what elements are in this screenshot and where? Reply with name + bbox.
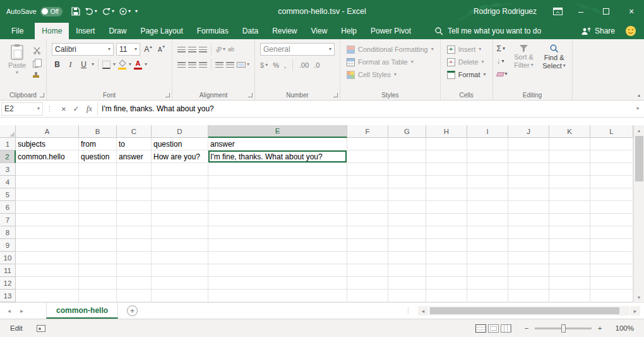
cell-D13[interactable] [152, 290, 208, 302]
cell-D12[interactable] [152, 277, 208, 290]
tab-scroll-splitter-icon[interactable]: ⋮ [405, 307, 412, 315]
sort-filter-button[interactable]: Sort & Filter▾ [509, 41, 539, 69]
cell-B13[interactable] [79, 290, 117, 302]
cell-J8[interactable] [508, 226, 549, 239]
cell-G12[interactable] [388, 277, 426, 290]
font-dialog-launcher-icon[interactable] [165, 93, 170, 97]
undo-dropdown-icon[interactable]: ▾ [95, 9, 97, 14]
row-header-6[interactable]: 6 [0, 201, 16, 214]
close-button[interactable]: × [619, 0, 644, 23]
align-left-icon[interactable] [177, 62, 186, 68]
ribbon-display-options-button[interactable] [547, 0, 568, 23]
tab-draw[interactable]: Draw [102, 23, 133, 39]
minimize-button[interactable]: – [568, 0, 593, 23]
cell-E7[interactable] [208, 214, 347, 226]
tab-power-pivot[interactable]: Power Pivot [364, 23, 418, 39]
zoom-level[interactable]: 100% [611, 324, 634, 332]
row-header-2[interactable]: 2 [0, 150, 16, 163]
cell-E13[interactable] [208, 290, 347, 302]
cell-G2[interactable] [388, 150, 426, 163]
cell-L6[interactable] [590, 201, 633, 214]
cell-L5[interactable] [590, 188, 633, 201]
cell-I2[interactable] [467, 150, 508, 163]
row-header-7[interactable]: 7 [0, 214, 16, 226]
cell-L2[interactable] [590, 150, 633, 163]
cell-L12[interactable] [590, 277, 633, 290]
cell-F6[interactable] [347, 201, 388, 214]
cell-E6[interactable] [208, 201, 347, 214]
tab-page-layout[interactable]: Page Layout [133, 23, 189, 39]
share-button[interactable]: Share [581, 27, 615, 35]
align-top-icon[interactable] [177, 47, 186, 52]
column-header-J[interactable]: J [508, 125, 549, 138]
cell-A11[interactable] [16, 264, 79, 277]
scroll-right-icon[interactable]: ▸ [630, 306, 640, 316]
find-select-button[interactable]: Find & Select▾ [539, 41, 569, 70]
cell-C10[interactable] [117, 252, 152, 264]
clipboard-dialog-launcher-icon[interactable] [40, 93, 44, 97]
cell-J6[interactable] [508, 201, 549, 214]
cell-C12[interactable] [117, 277, 152, 290]
borders-icon[interactable] [102, 61, 110, 69]
zoom-slider[interactable] [535, 328, 592, 329]
cell-J13[interactable] [508, 290, 549, 302]
cell-K10[interactable] [549, 252, 590, 264]
autosum-button[interactable]: Σ▾ [497, 44, 508, 54]
cell-I13[interactable] [467, 290, 508, 302]
cell-F13[interactable] [347, 290, 388, 302]
align-middle-icon[interactable] [188, 47, 196, 52]
cell-D11[interactable] [152, 264, 208, 277]
align-bottom-icon[interactable] [199, 47, 207, 52]
cell-A1[interactable]: subjects [16, 138, 79, 150]
cell-F12[interactable] [347, 277, 388, 290]
tab-file[interactable]: File [0, 23, 35, 39]
cell-A10[interactable] [16, 252, 79, 264]
cell-D4[interactable] [152, 176, 208, 188]
cell-H12[interactable] [426, 277, 467, 290]
cell-L4[interactable] [590, 176, 633, 188]
cell-H2[interactable] [426, 150, 467, 163]
formula-bar-drag-handle[interactable]: ⋮ [46, 105, 53, 113]
fill-color-dropdown-icon[interactable]: ▾ [129, 62, 131, 67]
cell-F11[interactable] [347, 264, 388, 277]
cell-L9[interactable] [590, 239, 633, 252]
cell-F8[interactable] [347, 226, 388, 239]
cell-L3[interactable] [590, 163, 633, 176]
zoom-out-button[interactable]: − [522, 324, 532, 332]
font-size-combo[interactable]: 11▾ [116, 43, 140, 56]
cell-J3[interactable] [508, 163, 549, 176]
cancel-entry-button[interactable]: × [61, 104, 66, 114]
feedback-smiley-button[interactable] [625, 25, 636, 37]
cell-D10[interactable] [152, 252, 208, 264]
cell-D5[interactable] [152, 188, 208, 201]
cell-J5[interactable] [508, 188, 549, 201]
fill-button[interactable]: ↓▾ [497, 56, 508, 66]
comma-style-button[interactable]: , [284, 61, 286, 69]
cell-L7[interactable] [590, 214, 633, 226]
decrease-font-button[interactable]: A▾ [156, 44, 167, 55]
cell-I6[interactable] [467, 201, 508, 214]
cell-C9[interactable] [117, 239, 152, 252]
cell-I3[interactable] [467, 163, 508, 176]
cell-E1[interactable]: answer [208, 138, 347, 150]
new-sheet-button[interactable]: + [127, 305, 138, 316]
tab-home[interactable]: Home [35, 23, 69, 39]
name-box[interactable]: E2 ▾ [1, 102, 43, 116]
cell-F3[interactable] [347, 163, 388, 176]
cell-B11[interactable] [79, 264, 117, 277]
cell-C4[interactable] [117, 176, 152, 188]
cell-I4[interactable] [467, 176, 508, 188]
underline-dropdown-icon[interactable]: ▾ [92, 62, 94, 67]
cell-B6[interactable] [79, 201, 117, 214]
align-right-icon[interactable] [199, 62, 207, 68]
insert-function-button[interactable]: fx [86, 104, 92, 114]
percent-style-button[interactable]: % [273, 61, 279, 69]
autosave-toggle[interactable]: AutoSave Off [6, 7, 63, 16]
cell-E3[interactable] [208, 163, 347, 176]
cell-D7[interactable] [152, 214, 208, 226]
cell-H7[interactable] [426, 214, 467, 226]
cell-K11[interactable] [549, 264, 590, 277]
cut-button[interactable] [33, 46, 41, 57]
paste-dropdown-icon[interactable]: ▾ [16, 70, 18, 75]
scroll-up-icon[interactable]: ▴ [634, 125, 644, 135]
